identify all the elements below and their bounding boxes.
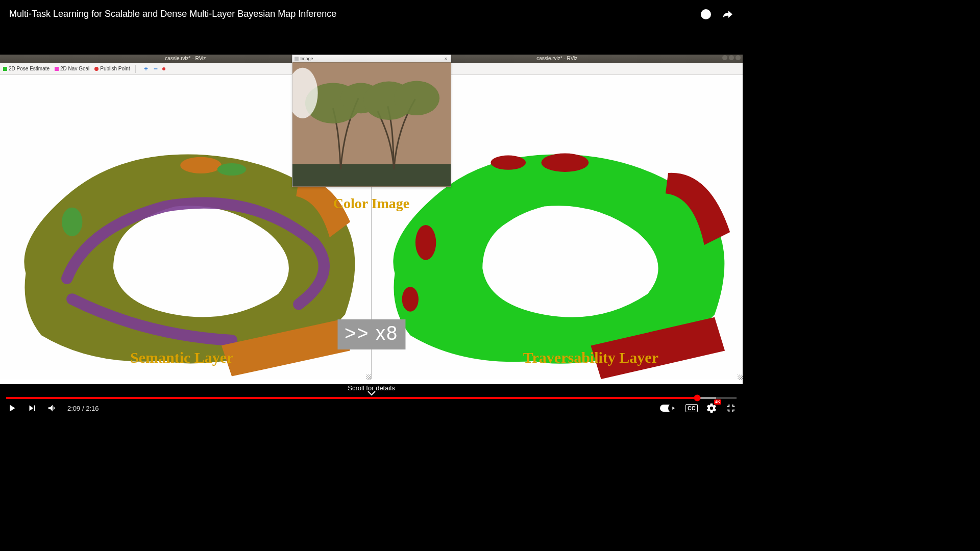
tool-pose-estimate-label: 2D Pose Estimate xyxy=(9,66,50,71)
title-row: Multi-Task Learning for Scalable and Den… xyxy=(0,0,743,28)
controls-right: CC 4K xyxy=(660,403,737,414)
resize-grip[interactable] xyxy=(366,374,371,380)
video-player: Multi-Task Learning for Scalable and Den… xyxy=(0,0,743,417)
quality-badge: 4K xyxy=(714,399,721,405)
svg-point-4 xyxy=(491,156,526,170)
tool-publish-point-label: Publish Point xyxy=(100,66,130,71)
svg-point-13 xyxy=(394,81,439,116)
pin-icon xyxy=(94,67,99,71)
rviz-right-title: cassie.rviz* - RViz xyxy=(536,56,577,61)
volume-button[interactable] xyxy=(47,403,58,414)
frame-content: cassie.rviz* - RViz 2D Pose Estimate 2D … xyxy=(0,55,743,384)
close-icon[interactable]: × xyxy=(444,56,449,61)
rviz-left-title: cassie.rviz* - RViz xyxy=(165,56,206,61)
scroll-hint: Scroll for details xyxy=(0,384,743,396)
window-dot[interactable] xyxy=(736,55,741,60)
video-frame[interactable]: cassie.rviz* - RViz 2D Pose Estimate 2D … xyxy=(0,28,743,384)
window-dot[interactable] xyxy=(729,55,734,60)
svg-point-3 xyxy=(541,154,589,172)
player-controls: Scroll for details 2:09 / xyxy=(0,384,743,417)
video-title: Multi-Task Learning for Scalable and Den… xyxy=(9,9,700,19)
autoplay-knob xyxy=(668,403,678,413)
window-dot[interactable] xyxy=(722,55,727,60)
playback-speed-overlay: >> x8 xyxy=(337,319,405,349)
svg-point-5 xyxy=(415,225,435,260)
time-display: 2:09 / 2:16 xyxy=(67,405,99,412)
share-icon[interactable] xyxy=(721,8,733,20)
tool-publish-point[interactable]: Publish Point xyxy=(94,66,130,71)
camera-image xyxy=(292,62,451,187)
exit-fullscreen-button[interactable] xyxy=(725,403,737,414)
captions-button[interactable]: CC xyxy=(685,404,698,412)
settings-button[interactable]: 4K xyxy=(706,403,717,414)
traversability-layer-label: Traversability Layer xyxy=(523,349,658,366)
next-button[interactable] xyxy=(27,403,38,414)
image-window-titlebar[interactable]: Image × xyxy=(292,55,451,62)
current-time: 2:09 xyxy=(67,405,80,412)
color-image-window: Image × xyxy=(292,55,451,187)
tool-nav-goal-label: 2D Nav Goal xyxy=(60,66,89,71)
arrow-icon xyxy=(55,67,59,71)
tool-pose-estimate[interactable]: 2D Pose Estimate xyxy=(3,66,50,71)
control-row: 2:09 / 2:16 CC 4K xyxy=(0,399,743,417)
duration: 2:16 xyxy=(86,405,99,412)
autoplay-toggle[interactable] xyxy=(660,405,677,412)
minus-icon[interactable]: － xyxy=(152,64,159,73)
svg-point-6 xyxy=(402,287,418,312)
color-image-label: Color Image xyxy=(333,195,410,212)
toolbar-zoom-controls: ＋ － xyxy=(143,64,165,73)
exit-fullscreen-icon xyxy=(725,402,737,414)
tool-nav-goal[interactable]: 2D Nav Goal xyxy=(55,66,89,71)
svg-rect-9 xyxy=(292,164,451,187)
window-controls xyxy=(722,55,741,60)
color-image-view xyxy=(292,62,451,187)
resize-grip[interactable] xyxy=(738,374,743,380)
title-actions xyxy=(700,8,733,20)
play-button[interactable] xyxy=(6,403,17,414)
controls-left: 2:09 / 2:16 xyxy=(6,403,99,414)
semantic-layer-label: Semantic Layer xyxy=(130,349,233,366)
watch-later-icon[interactable] xyxy=(700,8,712,20)
svg-point-2 xyxy=(62,208,82,237)
plus-icon[interactable]: ＋ xyxy=(143,64,149,73)
scroll-hint-text: Scroll for details xyxy=(348,384,395,392)
record-icon[interactable] xyxy=(162,67,165,70)
toolbar-separator xyxy=(135,65,136,73)
svg-point-1 xyxy=(217,163,247,176)
window-app-icon xyxy=(295,57,299,61)
arrow-icon xyxy=(3,67,7,71)
image-window-title: Image xyxy=(301,56,313,61)
svg-point-0 xyxy=(180,157,222,173)
